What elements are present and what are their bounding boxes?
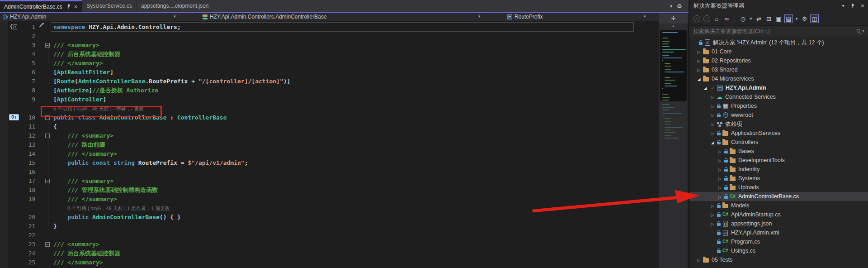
tree-item-connected-services[interactable]: ▷Connected Services bbox=[689, 92, 868, 101]
tree-item-hzy-api-admin[interactable]: ◢HZY.Api.Admin bbox=[689, 83, 868, 92]
member-dropdown[interactable]: RoutePrefix bbox=[507, 13, 543, 21]
chevron-collapsed-icon[interactable]: ▷ bbox=[718, 149, 722, 154]
code-line-9[interactable]: 9[ApiController] bbox=[0, 95, 658, 104]
fold-marker-icon[interactable]: − bbox=[45, 43, 50, 48]
code-line-14[interactable]: 14 /// </summary> bbox=[0, 149, 658, 158]
project-dropdown[interactable]: HZY.Api.Admin bbox=[3, 13, 46, 21]
code-line-11[interactable]: 11{ bbox=[0, 122, 658, 131]
chevron-collapsed-icon[interactable]: ▷ bbox=[698, 68, 701, 72]
fold-marker-icon[interactable]: − bbox=[45, 242, 50, 247]
tree-item-依赖项[interactable]: ▷依赖项 bbox=[689, 120, 868, 129]
chevron-collapsed-icon[interactable]: ▷ bbox=[711, 213, 714, 217]
back-button[interactable]: ‹ bbox=[693, 15, 700, 22]
forward-button[interactable]: › bbox=[703, 15, 710, 22]
tree-item-02-repositories[interactable]: ▷02 Repositories bbox=[689, 56, 868, 65]
scroll-up-icon[interactable]: ▲ bbox=[659, 24, 688, 29]
chevron-collapsed-icon[interactable]: ▷ bbox=[711, 122, 714, 127]
chevron-collapsed-icon[interactable]: ▷ bbox=[718, 186, 722, 190]
tree-item-applicationservices[interactable]: ▷ApplicationServices bbox=[689, 129, 868, 138]
window-position-chevron-icon[interactable]: ▾ bbox=[842, 0, 844, 12]
chevron-collapsed-icon[interactable]: ▷ bbox=[698, 59, 701, 63]
tree-item-01-core[interactable]: ▷01 Core bbox=[689, 47, 868, 56]
minimap-scrollbar[interactable]: ÷ ▲ bbox=[659, 14, 688, 268]
fold-marker-icon[interactable]: − bbox=[45, 134, 50, 138]
switch-views-button[interactable]: ⇄ bbox=[755, 14, 763, 23]
code-line-12[interactable]: 12− /// <summary> bbox=[0, 131, 658, 140]
code-line-18[interactable]: 18 /// 管理系统基础控制器构造函数 bbox=[0, 186, 658, 195]
code-line-24[interactable]: 24/// 后台系统基础控制器 bbox=[0, 249, 658, 258]
tree-item-program-cs[interactable]: Program.cs bbox=[689, 237, 868, 246]
tree-item-appsettings-json[interactable]: ▷appsettings.json bbox=[689, 219, 868, 228]
code-line-6[interactable]: 6[ApiResultFilter] bbox=[0, 68, 658, 77]
code-editor[interactable]: {a O↕ 1namespace HZY.Api.Admin.Controlle… bbox=[0, 21, 658, 268]
collapse-all-button[interactable]: ⊟ bbox=[764, 14, 773, 23]
code-line-2[interactable]: 2 bbox=[0, 32, 658, 41]
codelens-text[interactable]: 0 个引用 | hzy6，49 天前 | 1 名作者，1 项更改 bbox=[67, 204, 170, 213]
code-line-19[interactable]: 19 /// </summary> bbox=[0, 195, 658, 204]
tree-item-04-microservices[interactable]: ◢04 Microservices bbox=[689, 74, 868, 83]
close-icon[interactable]: × bbox=[861, 0, 864, 12]
tab-admincontrollerbase-cs[interactable]: AdminControllerBase.cs× bbox=[0, 0, 82, 12]
search-input[interactable] bbox=[689, 26, 868, 37]
chevron-collapsed-icon[interactable]: ▷ bbox=[718, 177, 722, 181]
code-line-8[interactable]: 8[Authorize]//是否授权 Authorize bbox=[0, 86, 658, 95]
tree-item-03-shared[interactable]: ▷03 Shared bbox=[689, 65, 868, 74]
chevron-expanded-icon[interactable]: ◢ bbox=[698, 77, 701, 81]
tree-item-解决方案-hzy-admin-12-个项目-共-12-个[interactable]: 解决方案 'HZY.Admin' (12 个项目，共 12 个) bbox=[689, 38, 868, 47]
code-line-21[interactable]: 21} bbox=[0, 222, 658, 231]
chevron-collapsed-icon[interactable]: ▷ bbox=[711, 95, 714, 100]
tree-item-hzy-api-admin-xml[interactable]: HZY.Api.Admin.xml bbox=[689, 228, 868, 237]
properties-button[interactable]: ⚙ bbox=[800, 14, 809, 23]
search-icon[interactable] bbox=[857, 29, 860, 33]
type-dropdown-chevron-icon[interactable]: ▾ bbox=[478, 14, 481, 19]
home-button[interactable]: ⌂ bbox=[712, 14, 721, 23]
pin-icon[interactable] bbox=[66, 4, 71, 9]
code-line-7[interactable]: 7[Route(AdminControllerBase.RoutePrefix … bbox=[0, 77, 658, 86]
code-line-3[interactable]: 3−/// <summary> bbox=[0, 41, 658, 50]
code-line-23[interactable]: 23−/// <summary> bbox=[0, 240, 658, 249]
chevron-collapsed-icon[interactable]: ▷ bbox=[711, 222, 714, 226]
tab-sysuserservice-cs[interactable]: SysUserService.cs bbox=[82, 0, 137, 12]
editor-splitter-handle[interactable]: ÷ bbox=[659, 14, 688, 24]
tree-item-wwwroot[interactable]: ▷wwwroot bbox=[689, 110, 868, 120]
minimap-viewport[interactable] bbox=[660, 30, 687, 101]
track-active-item-button[interactable]: ▤ bbox=[784, 14, 793, 23]
editor-options-gear-icon[interactable]: ⚙ bbox=[677, 3, 682, 10]
chevron-expanded-icon[interactable]: ◢ bbox=[711, 140, 714, 145]
chevron-collapsed-icon[interactable]: ▷ bbox=[711, 204, 714, 208]
chevron-collapsed-icon[interactable]: ▷ bbox=[698, 50, 701, 54]
tree-item-usings-cs[interactable]: Usings.cs bbox=[689, 246, 868, 255]
tree-item-models[interactable]: ▷Models bbox=[689, 201, 868, 210]
tree-item-05-tests[interactable]: ▷05 Tests bbox=[689, 255, 868, 264]
tree-item-admincontrollerbase-cs[interactable]: ▷AdminControllerBase.cs bbox=[689, 192, 868, 201]
pin-icon[interactable] bbox=[850, 3, 855, 9]
tree-item-indentity[interactable]: ▷Indentity bbox=[689, 165, 868, 174]
chevron-collapsed-icon[interactable]: ▷ bbox=[698, 258, 701, 263]
type-dropdown[interactable]: HZY.Api.Admin.Controllers.AdminControlle… bbox=[203, 13, 327, 21]
close-icon[interactable]: × bbox=[74, 5, 78, 9]
tree-item-bases[interactable]: ▷Bases bbox=[689, 147, 868, 156]
code-line-4[interactable]: 4/// 后台系统基础控制器 bbox=[0, 50, 658, 59]
code-line-16[interactable]: 16 bbox=[0, 168, 658, 177]
member-dropdown-chevron-icon[interactable]: ▾ bbox=[644, 14, 646, 19]
tree-item-developmenttools[interactable]: ▷DevelopmentTools bbox=[689, 156, 868, 165]
chevron-collapsed-icon[interactable]: ▷ bbox=[718, 195, 722, 199]
tree-item-apiadminstartup-cs[interactable]: ▷ApiAdminStartup.cs bbox=[689, 210, 868, 219]
preview-selected-items-button[interactable]: ◫ bbox=[810, 14, 819, 23]
track-active-item-dropdown[interactable]: ▾ bbox=[794, 14, 799, 23]
pending-changes-filter-dropdown[interactable]: ▾ bbox=[749, 14, 753, 23]
tab-appsettings-elopment-json[interactable]: appsettings....elopment.json bbox=[137, 0, 213, 12]
search-options-chevron-icon[interactable]: ▾ bbox=[862, 29, 864, 33]
show-all-files-button[interactable]: ▣ bbox=[774, 14, 783, 23]
tree-item-systems[interactable]: ▷Systems bbox=[689, 174, 868, 183]
code-line-13[interactable]: 13 /// 路由前缀 bbox=[0, 140, 658, 149]
sync-with-active-document-button[interactable]: ∞ bbox=[722, 14, 731, 23]
tree-item-properties[interactable]: ▷Properties bbox=[689, 101, 868, 110]
chevron-collapsed-icon[interactable]: ▷ bbox=[718, 158, 722, 163]
inheritance-margin-icon[interactable]: O↕ bbox=[9, 114, 19, 120]
code-line-5[interactable]: 5/// </summary> bbox=[0, 59, 658, 68]
code-line-15[interactable]: 15 public const string RoutePrefix = $"/… bbox=[0, 158, 658, 168]
tree-item-controllers[interactable]: ◢Controllers bbox=[689, 138, 868, 147]
code-line-17[interactable]: 17− /// <summary> bbox=[0, 177, 658, 186]
project-dropdown-chevron-icon[interactable]: ▾ bbox=[174, 14, 176, 19]
